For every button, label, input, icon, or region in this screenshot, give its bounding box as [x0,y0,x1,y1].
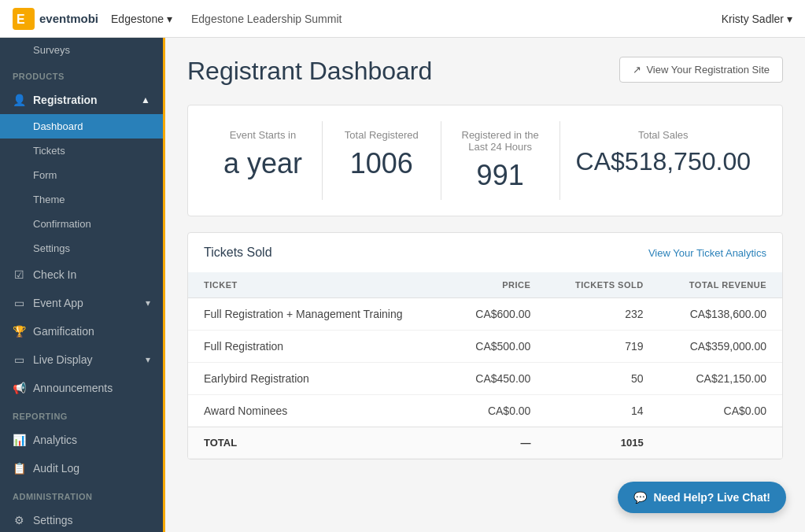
sidebar-item-auditlog[interactable]: 📋 Audit Log [0,454,163,482]
ticket-sold: 14 [546,395,659,427]
event-name: Edgestone Leadership Summit [191,13,342,25]
sidebar-item-analytics[interactable]: 📊 Analytics [0,426,163,454]
stats-card: Event Starts in a year Total Registered … [187,105,783,216]
stat-last-24h-label: Registered in the Last 24 Hours [457,129,544,153]
view-site-button[interactable]: ↗ View Your Registration Site [619,57,783,83]
main-content: Registrant Dashboard ↗ View Your Registr… [165,38,805,532]
stat-total-registered-value: 1006 [338,147,425,180]
eventapp-label: Event App [33,297,83,309]
stat-total-sales-value: CA$518,750.00 [576,147,751,176]
products-section-label: Products [0,62,163,86]
stat-total-sales: Total Sales CA$518,750.00 [560,121,766,200]
checkin-label: Check In [33,268,76,281]
auditlog-icon: 📋 [13,462,25,475]
sidebar-item-eventapp[interactable]: ▭ Event App ▾ [0,289,163,317]
stat-total-registered-label: Total Registered [338,129,425,141]
sidebar-subitem-form[interactable]: Form [0,163,163,187]
table-row: Earlybird Registration CA$450.00 50 CA$2… [188,363,782,395]
sidebar-item-announcements[interactable]: 📢 Announcements [0,374,163,402]
administration-section-label: Administration [0,482,163,506]
page-header: Registrant Dashboard ↗ View Your Registr… [187,57,783,86]
ticket-name: Award Nominees [188,395,449,427]
sidebar-subitem-confirmation[interactable]: Confirmation [0,212,163,236]
external-link-icon: ↗ [633,64,641,76]
ticket-sold: 50 [546,363,659,395]
livedisplay-chevron-icon: ▾ [146,354,150,365]
announcements-icon: 📢 [13,382,25,394]
col-ticket: Ticket [188,272,449,298]
ticket-revenue: CA$21,150.00 [659,363,782,395]
view-analytics-link[interactable]: View Your Ticket Analytics [648,247,766,259]
sidebar-item-registration[interactable]: 👤 Registration ▲ [0,86,163,114]
logo-area: E eventmobi [13,8,98,30]
ticket-price: CA$600.00 [449,298,546,331]
tickets-table: Ticket Price Tickets Sold Total Revenue … [188,272,782,459]
auditlog-label: Audit Log [33,462,79,475]
checkin-icon: ☑ [13,268,25,281]
registration-label: Registration [33,94,98,106]
sidebar-subitem-tickets[interactable]: Tickets [0,139,163,163]
ticket-name: Full Registration + Management Training [188,298,449,331]
announcements-label: Announcements [33,382,113,394]
ticket-price: CA$0.00 [449,395,546,427]
sidebar-subitem-settings[interactable]: Settings [0,236,163,260]
ticket-sold: 232 [546,298,659,331]
ticket-sold: 719 [546,331,659,363]
tickets-title: Tickets Sold [204,246,272,260]
sidebar-subitem-dashboard[interactable]: Dashboard [0,114,163,139]
stat-event-starts-label: Event Starts in [220,129,306,141]
sidebar-item-livedisplay[interactable]: ▭ Live Display ▾ [0,345,163,374]
ticket-name: Earlybird Registration [188,363,449,395]
view-site-label: View Your Registration Site [646,64,770,76]
stat-last-24h-value: 991 [457,159,544,192]
stat-total-sales-label: Total Sales [576,129,751,141]
page-title: Registrant Dashboard [187,57,432,86]
svg-text:E: E [17,13,25,26]
user-menu[interactable]: Kristy Sadler [722,13,792,25]
tickets-section: Tickets Sold View Your Ticket Analytics … [187,232,783,460]
eventapp-chevron-icon: ▾ [146,297,150,308]
total-sold: 1015 [546,427,659,459]
ticket-name: Full Registration [188,331,449,363]
admin-settings-label: Settings [33,514,73,526]
org-selector[interactable]: Edgestone [111,13,172,25]
tickets-table-footer: TOTAL — 1015 [188,427,782,459]
tickets-table-header-row: Ticket Price Tickets Sold Total Revenue [188,272,782,298]
tickets-table-head: Ticket Price Tickets Sold Total Revenue [188,272,782,298]
sidebar-item-surveys[interactable]: Surveys [0,38,163,62]
livedisplay-icon: ▭ [13,353,25,366]
analytics-icon: 📊 [13,434,25,446]
sidebar-item-checkin[interactable]: ☑ Check In [0,260,163,289]
chat-icon: 💬 [633,491,647,504]
analytics-label: Analytics [33,434,77,446]
settings-icon: ⚙ [13,514,25,526]
ticket-price: CA$450.00 [449,363,546,395]
sidebar: Surveys Products 👤 Registration ▲ Dashbo… [0,38,165,532]
sidebar-item-admin-settings[interactable]: ⚙ Settings [0,506,163,532]
livedisplay-label: Live Display [33,353,92,366]
table-row: Award Nominees CA$0.00 14 CA$0.00 [188,395,782,427]
table-row: Full Registration + Management Training … [188,298,782,331]
user-name: Kristy Sadler [722,13,784,25]
org-name: Edgestone [111,13,164,25]
reporting-section-label: Reporting [0,402,163,426]
user-chevron-icon [787,13,792,25]
total-price-dash: — [449,427,546,459]
live-chat-button[interactable]: 💬 Need Help? Live Chat! [618,482,786,513]
total-revenue [659,427,782,459]
total-label: TOTAL [188,427,449,459]
table-row: Full Registration CA$500.00 719 CA$359,0… [188,331,782,363]
sidebar-item-gamification[interactable]: 🏆 Gamification [0,317,163,345]
stat-total-registered: Total Registered 1006 [323,121,441,200]
col-tickets-sold: Tickets Sold [546,272,659,298]
ticket-revenue: CA$138,600.00 [659,298,782,331]
live-chat-label: Need Help? Live Chat! [653,491,770,504]
registration-icon: 👤 [13,94,25,106]
col-total-revenue: Total Revenue [659,272,782,298]
top-nav: E eventmobi Edgestone Edgestone Leadersh… [0,0,805,38]
eventmobi-logo-icon: E [13,8,35,30]
sidebar-subitem-theme[interactable]: Theme [0,187,163,212]
gamification-label: Gamification [33,325,94,338]
tickets-table-body: Full Registration + Management Training … [188,298,782,427]
ticket-revenue: CA$0.00 [659,395,782,427]
